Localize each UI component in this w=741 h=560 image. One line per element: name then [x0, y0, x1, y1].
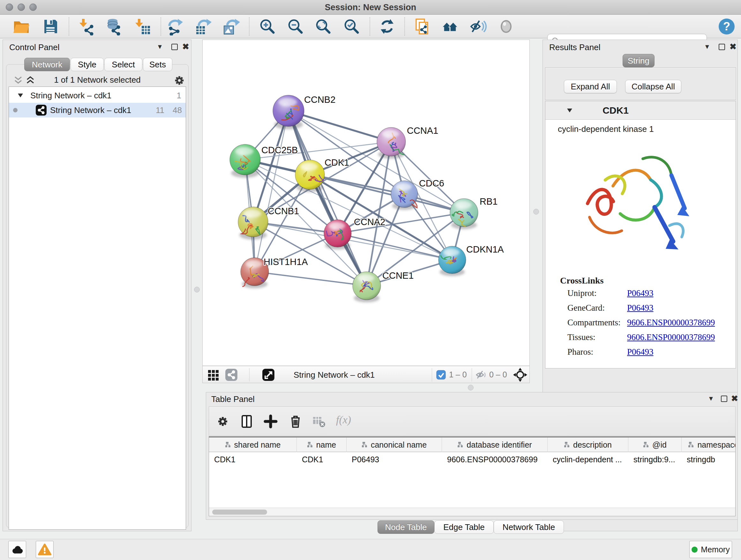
float-panel-icon[interactable] [719, 44, 725, 50]
right-splitter-handle[interactable] [533, 209, 539, 214]
gear-icon[interactable] [216, 415, 230, 428]
selected-checkbox-icon[interactable] [436, 370, 446, 380]
bottom-splitter-handle[interactable] [468, 385, 474, 390]
help-button[interactable]: ? [718, 17, 735, 35]
network-canvas[interactable]: CCNB2CCNA1CDC25BCDK1CDC6RB1CCNB1CCNA2CDK… [202, 40, 530, 366]
cloud-status-button[interactable] [8, 541, 26, 558]
column-header-description[interactable]: description [548, 437, 628, 452]
collapse-panel-icon[interactable]: ▼ [708, 395, 714, 402]
left-splitter-handle[interactable] [194, 287, 200, 293]
refresh-button[interactable] [378, 17, 396, 36]
crosslink-link[interactable]: P06493 [627, 288, 654, 298]
tab-string[interactable]: String [623, 54, 655, 67]
memory-button[interactable]: Memory [689, 541, 732, 558]
collapse-panel-icon[interactable]: ▼ [704, 43, 711, 51]
scrollbar-thumb[interactable] [212, 509, 267, 515]
cell-description[interactable]: cyclin-dependent ... [548, 452, 628, 467]
edge-HIST1H1A-CCNE1[interactable] [255, 272, 367, 286]
protein-header[interactable]: CDK1 [545, 101, 736, 120]
fit-content-button[interactable] [314, 17, 332, 36]
grid-view-icon[interactable] [208, 370, 219, 381]
edge-CCNB2-CCNA1[interactable] [288, 111, 391, 142]
column-header-name[interactable]: name [297, 437, 347, 452]
cell--id[interactable]: stringdb:9... [628, 452, 682, 467]
add-column-icon[interactable] [264, 415, 278, 428]
string-network-graph[interactable]: CCNB2CCNA1CDC25BCDK1CDC6RB1CCNB1CCNA2CDK… [203, 40, 529, 366]
import-network-from-database-button[interactable] [105, 17, 122, 36]
node-RB1[interactable] [450, 199, 478, 229]
column-header-database-identifier[interactable]: database identifier [442, 437, 548, 452]
delete-column-icon[interactable] [288, 415, 302, 428]
tab-network-table[interactable]: Network Table [494, 520, 564, 534]
tab-style[interactable]: Style [71, 58, 104, 71]
tab-sets[interactable]: Sets [143, 58, 172, 71]
tab-network[interactable]: Network [24, 58, 70, 71]
collapse-panel-icon[interactable]: ▼ [157, 43, 163, 51]
cell-canonical-name[interactable]: P06493 [347, 452, 442, 467]
save-session-button[interactable] [42, 17, 59, 36]
export-network-button[interactable] [166, 17, 184, 36]
float-panel-icon[interactable] [172, 44, 178, 50]
crosslink-link[interactable]: P06493 [627, 347, 654, 357]
hide-show-button[interactable] [469, 17, 487, 36]
network-collection-row[interactable]: String Network – cdk1 1 [9, 88, 186, 103]
zoom-in-button[interactable] [259, 17, 276, 36]
node-CDC25B[interactable] [230, 144, 260, 178]
column-header--id[interactable]: @id [628, 437, 682, 452]
column-header-canonical-name[interactable]: canonical name [347, 437, 442, 452]
edge-CCNB2-HIST1H1A[interactable] [255, 111, 288, 272]
crosslink-link[interactable]: 9606.ENSP00000378699 [627, 318, 715, 327]
node-CDC6[interactable] [391, 181, 418, 210]
export-table-button[interactable] [194, 17, 212, 36]
node-CCNE1[interactable] [353, 272, 381, 302]
collapse-all-button[interactable]: Collapse All [625, 80, 681, 93]
node-CCNA1[interactable] [377, 127, 406, 159]
delete-table-icon[interactable] [312, 415, 326, 428]
open-in-new-window-icon[interactable] [262, 368, 275, 381]
network-share-icon[interactable] [225, 368, 238, 381]
crosslink-link[interactable]: 9606.ENSP00000378699 [627, 332, 715, 342]
birds-eye-view-icon[interactable] [513, 368, 528, 382]
zoom-selected-button[interactable] [343, 17, 360, 36]
function-builder-icon[interactable]: f(x) [336, 414, 351, 426]
node-CCNB2[interactable] [273, 95, 304, 129]
export-image-button[interactable] [222, 17, 240, 36]
node-gloss [235, 147, 254, 155]
cell-database-identifier[interactable]: 9606.ENSP00000378699 [442, 452, 548, 467]
node-CCNA2[interactable] [324, 220, 351, 250]
network-row-selected[interactable]: String Network – cdk1 11 48 [9, 103, 186, 118]
close-panel-icon[interactable]: ✖ [731, 394, 738, 403]
collapse-section-icon[interactable] [567, 109, 572, 113]
preview-button[interactable] [497, 17, 515, 36]
close-panel-icon[interactable]: ✖ [182, 42, 189, 52]
column-header-namespace[interactable]: namespace [682, 437, 736, 452]
share-document-button[interactable] [414, 17, 431, 36]
warnings-button[interactable] [36, 541, 54, 558]
hidden-eye-icon[interactable] [476, 370, 487, 380]
column-header-shared-name[interactable]: shared name [209, 437, 297, 452]
zoom-out-button[interactable] [286, 17, 305, 36]
crosslink-link[interactable]: P06493 [627, 303, 654, 313]
cell-name[interactable]: CDK1 [297, 452, 347, 467]
expand-all-button[interactable]: Expand All [564, 80, 617, 93]
tree-expand-icon[interactable] [18, 94, 23, 98]
close-panel-icon[interactable]: ✖ [730, 42, 737, 52]
show-columns-icon[interactable] [240, 415, 254, 428]
home-button[interactable] [441, 17, 459, 36]
import-network-button[interactable] [77, 17, 95, 36]
gear-icon[interactable] [173, 74, 186, 87]
node-CDKN1A[interactable] [439, 246, 466, 276]
table-row[interactable]: CDK1CDK1P064939606.ENSP00000378699cyclin… [209, 452, 736, 467]
open-session-button[interactable] [12, 17, 30, 36]
tab-node-table[interactable]: Node Table [378, 520, 434, 534]
horizontal-scrollbar[interactable] [209, 508, 735, 516]
node-CCNB1[interactable] [238, 207, 268, 240]
cell-namespace[interactable]: stringdb [682, 452, 736, 467]
import-table-button[interactable] [133, 17, 151, 36]
edge-CCNA2-CDKN1A[interactable] [338, 233, 452, 260]
node-CDK1[interactable] [295, 160, 325, 192]
float-panel-icon[interactable] [721, 395, 727, 402]
tab-edge-table[interactable]: Edge Table [434, 520, 494, 534]
cell-shared-name[interactable]: CDK1 [209, 452, 297, 467]
tab-select[interactable]: Select [105, 58, 142, 71]
